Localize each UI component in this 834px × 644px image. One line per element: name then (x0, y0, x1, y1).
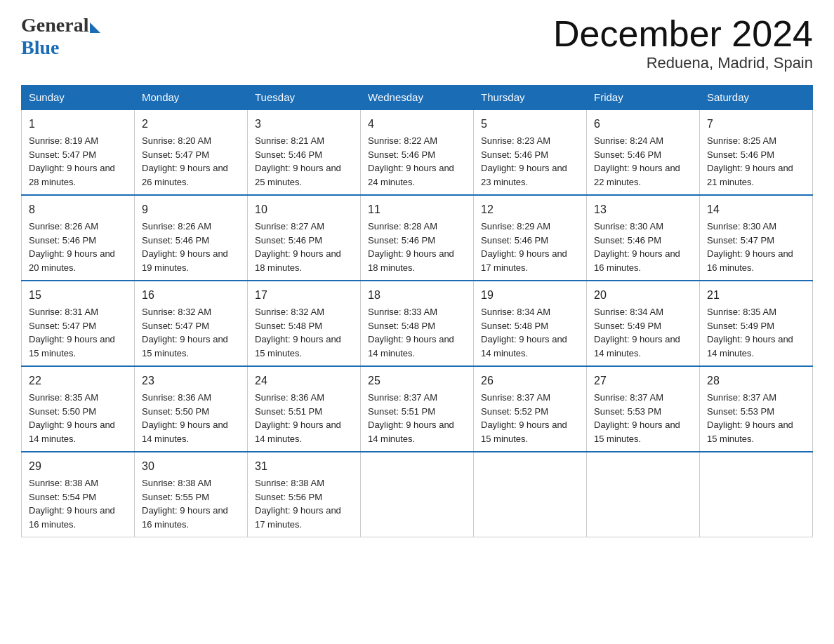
sunset-info: Sunset: 5:54 PM (29, 490, 127, 504)
calendar-header: Sunday Monday Tuesday Wednesday Thursday… (22, 86, 813, 110)
day-number: 28 (707, 373, 805, 389)
sunrise-info: Sunrise: 8:28 AM (368, 220, 466, 234)
day-number: 27 (594, 373, 692, 389)
sunset-info: Sunset: 5:53 PM (707, 405, 805, 419)
daylight-info: Daylight: 9 hours and 21 minutes. (707, 161, 805, 189)
calendar-cell: 17Sunrise: 8:32 AMSunset: 5:48 PMDayligh… (248, 281, 361, 366)
daylight-info: Daylight: 9 hours and 15 minutes. (481, 418, 579, 445)
calendar-week-2: 8Sunrise: 8:26 AMSunset: 5:46 PMDaylight… (22, 195, 813, 281)
sunrise-info: Sunrise: 8:37 AM (368, 391, 466, 405)
calendar-title: December 2024 (553, 14, 813, 54)
day-number: 5 (481, 116, 579, 133)
daylight-info: Daylight: 9 hours and 14 minutes. (368, 418, 466, 445)
daylight-info: Daylight: 9 hours and 18 minutes. (368, 247, 466, 274)
daylight-info: Daylight: 9 hours and 18 minutes. (255, 247, 353, 274)
calendar-cell: 6Sunrise: 8:24 AMSunset: 5:46 PMDaylight… (587, 109, 700, 195)
sunset-info: Sunset: 5:49 PM (594, 319, 692, 333)
daylight-info: Daylight: 9 hours and 16 minutes. (142, 504, 240, 531)
sunrise-info: Sunrise: 8:37 AM (707, 391, 805, 405)
day-number: 13 (594, 201, 692, 218)
sunset-info: Sunset: 5:46 PM (594, 148, 692, 162)
sunrise-info: Sunrise: 8:19 AM (29, 134, 127, 148)
sunrise-info: Sunrise: 8:24 AM (594, 134, 692, 148)
day-number: 12 (481, 201, 579, 218)
day-number: 7 (707, 116, 805, 133)
day-number: 16 (142, 287, 240, 304)
day-number: 4 (368, 116, 466, 133)
daylight-info: Daylight: 9 hours and 22 minutes. (594, 161, 692, 189)
day-number: 10 (255, 201, 353, 218)
daylight-info: Daylight: 9 hours and 20 minutes. (29, 247, 127, 274)
daylight-info: Daylight: 9 hours and 19 minutes. (142, 247, 240, 274)
sunset-info: Sunset: 5:47 PM (29, 319, 127, 333)
logo-general-text: General (21, 14, 88, 36)
sunset-info: Sunset: 5:46 PM (142, 234, 240, 248)
sunrise-info: Sunrise: 8:25 AM (707, 134, 805, 148)
daylight-info: Daylight: 9 hours and 16 minutes. (29, 504, 127, 531)
sunset-info: Sunset: 5:51 PM (368, 405, 466, 419)
daylight-info: Daylight: 9 hours and 14 minutes. (481, 333, 579, 360)
calendar-cell (587, 452, 700, 537)
daylight-info: Daylight: 9 hours and 15 minutes. (255, 333, 353, 360)
calendar-week-4: 22Sunrise: 8:35 AMSunset: 5:50 PMDayligh… (22, 366, 813, 452)
sunrise-info: Sunrise: 8:35 AM (707, 305, 805, 319)
sunset-info: Sunset: 5:51 PM (255, 405, 353, 419)
sunrise-info: Sunrise: 8:35 AM (29, 391, 127, 405)
daylight-info: Daylight: 9 hours and 15 minutes. (29, 333, 127, 360)
sunset-info: Sunset: 5:50 PM (142, 405, 240, 419)
calendar-cell: 23Sunrise: 8:36 AMSunset: 5:50 PMDayligh… (135, 366, 248, 452)
calendar-cell: 12Sunrise: 8:29 AMSunset: 5:46 PMDayligh… (474, 195, 587, 281)
calendar-cell: 24Sunrise: 8:36 AMSunset: 5:51 PMDayligh… (248, 366, 361, 452)
col-thursday: Thursday (474, 86, 587, 110)
sunrise-info: Sunrise: 8:36 AM (255, 391, 353, 405)
calendar-subtitle: Reduena, Madrid, Spain (553, 54, 813, 72)
calendar-week-5: 29Sunrise: 8:38 AMSunset: 5:54 PMDayligh… (22, 452, 813, 537)
calendar-cell: 10Sunrise: 8:27 AMSunset: 5:46 PMDayligh… (248, 195, 361, 281)
calendar-cell: 9Sunrise: 8:26 AMSunset: 5:46 PMDaylight… (135, 195, 248, 281)
col-tuesday: Tuesday (248, 86, 361, 110)
calendar-cell: 11Sunrise: 8:28 AMSunset: 5:46 PMDayligh… (361, 195, 474, 281)
day-number: 1 (29, 116, 127, 133)
sunrise-info: Sunrise: 8:21 AM (255, 134, 353, 148)
daylight-info: Daylight: 9 hours and 15 minutes. (707, 418, 805, 445)
daylight-info: Daylight: 9 hours and 14 minutes. (29, 418, 127, 445)
sunset-info: Sunset: 5:50 PM (29, 405, 127, 419)
calendar-cell: 22Sunrise: 8:35 AMSunset: 5:50 PMDayligh… (22, 366, 135, 452)
sunrise-info: Sunrise: 8:33 AM (368, 305, 466, 319)
sunrise-info: Sunrise: 8:34 AM (594, 305, 692, 319)
day-number: 30 (142, 458, 240, 475)
day-number: 29 (29, 458, 127, 475)
daylight-info: Daylight: 9 hours and 15 minutes. (142, 333, 240, 360)
day-number: 14 (707, 201, 805, 218)
sunrise-info: Sunrise: 8:36 AM (142, 391, 240, 405)
calendar-cell (700, 452, 813, 537)
calendar-cell: 29Sunrise: 8:38 AMSunset: 5:54 PMDayligh… (22, 452, 135, 537)
sunset-info: Sunset: 5:46 PM (594, 234, 692, 248)
sunset-info: Sunset: 5:48 PM (481, 319, 579, 333)
calendar-cell: 20Sunrise: 8:34 AMSunset: 5:49 PMDayligh… (587, 281, 700, 366)
sunrise-info: Sunrise: 8:26 AM (142, 220, 240, 234)
calendar-cell: 13Sunrise: 8:30 AMSunset: 5:46 PMDayligh… (587, 195, 700, 281)
daylight-info: Daylight: 9 hours and 14 minutes. (707, 333, 805, 360)
sunset-info: Sunset: 5:47 PM (29, 148, 127, 162)
calendar-cell: 5Sunrise: 8:23 AMSunset: 5:46 PMDaylight… (474, 109, 587, 195)
sunset-info: Sunset: 5:46 PM (707, 148, 805, 162)
calendar-cell (361, 452, 474, 537)
daylight-info: Daylight: 9 hours and 28 minutes. (29, 161, 127, 189)
daylight-info: Daylight: 9 hours and 16 minutes. (707, 247, 805, 274)
col-monday: Monday (135, 86, 248, 110)
day-number: 6 (594, 116, 692, 133)
daylight-info: Daylight: 9 hours and 17 minutes. (481, 247, 579, 274)
day-number: 20 (594, 287, 692, 304)
daylight-info: Daylight: 9 hours and 24 minutes. (368, 161, 466, 189)
daylight-info: Daylight: 9 hours and 15 minutes. (594, 418, 692, 445)
calendar-cell: 19Sunrise: 8:34 AMSunset: 5:48 PMDayligh… (474, 281, 587, 366)
sunrise-info: Sunrise: 8:38 AM (29, 476, 127, 490)
sunrise-info: Sunrise: 8:37 AM (594, 391, 692, 405)
sunset-info: Sunset: 5:47 PM (142, 148, 240, 162)
day-number: 21 (707, 287, 805, 304)
calendar-cell: 21Sunrise: 8:35 AMSunset: 5:49 PMDayligh… (700, 281, 813, 366)
calendar-cell (474, 452, 587, 537)
day-number: 18 (368, 287, 466, 304)
sunrise-info: Sunrise: 8:30 AM (707, 220, 805, 234)
